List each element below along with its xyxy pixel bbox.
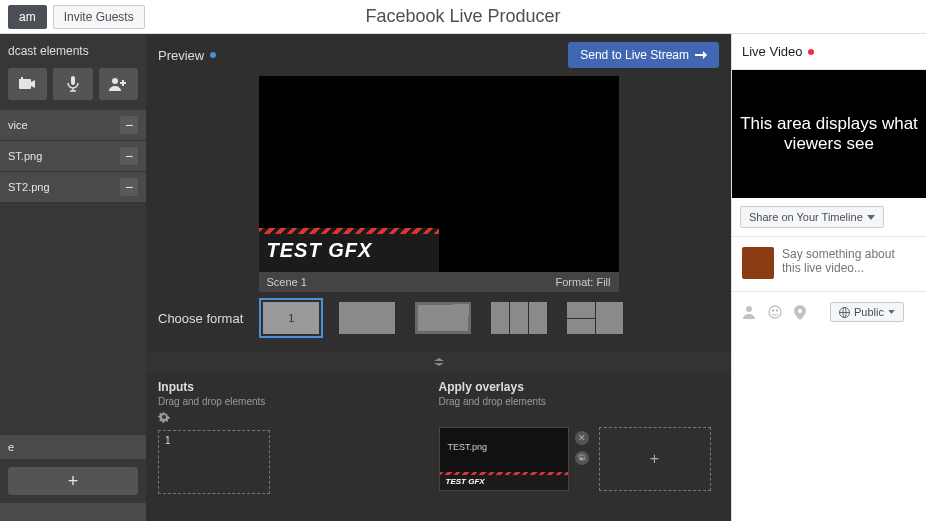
- overlays-header: Apply overlays: [439, 380, 720, 394]
- svg-rect-3: [71, 76, 75, 85]
- gfx-text: TEST GFX: [267, 239, 373, 262]
- caret-down-icon: [888, 310, 895, 314]
- microphone-icon: [67, 76, 79, 92]
- privacy-dropdown[interactable]: Public: [830, 302, 904, 322]
- share-dropdown[interactable]: Share on Your Timeline: [740, 206, 884, 228]
- svg-rect-2: [19, 79, 25, 81]
- sidebar-header: dcast elements: [0, 34, 146, 68]
- preview-status-dot: [210, 52, 216, 58]
- location-button[interactable]: [794, 305, 806, 320]
- input-slot-label: 1: [165, 435, 171, 446]
- sidebar-element[interactable]: ST.png −: [0, 141, 146, 172]
- live-video-header: Live Video: [732, 34, 926, 70]
- scene-row[interactable]: e: [0, 435, 146, 459]
- tag-people-button[interactable]: [742, 305, 756, 319]
- panel-resize-handle[interactable]: [146, 352, 731, 372]
- add-camera-button[interactable]: [8, 68, 47, 100]
- format-option-5[interactable]: [567, 302, 623, 334]
- format-option-3[interactable]: [415, 302, 471, 334]
- remove-element-button[interactable]: −: [120, 178, 138, 196]
- camera-plus-icon: [19, 77, 37, 91]
- element-label: vice: [8, 119, 28, 131]
- feeling-button[interactable]: [768, 305, 782, 319]
- add-scene-button[interactable]: +: [8, 467, 138, 495]
- sidebar-element[interactable]: ST2.png −: [0, 172, 146, 203]
- remove-element-button[interactable]: −: [120, 147, 138, 165]
- inputs-settings-button[interactable]: [158, 411, 439, 426]
- send-to-live-button[interactable]: Send to Live Stream: [568, 42, 719, 68]
- caret-down-icon: [867, 215, 875, 220]
- sidebar-element[interactable]: vice −: [0, 110, 146, 141]
- stream-button[interactable]: am: [8, 5, 47, 29]
- arrow-right-icon: [695, 50, 707, 60]
- preview-box: TEST GFX Scene 1 Format: Fill: [259, 76, 619, 292]
- person-plus-icon: [109, 77, 127, 91]
- add-mic-button[interactable]: [53, 68, 92, 100]
- right-panel: Live Video This area displays what viewe…: [731, 34, 926, 521]
- preview-video[interactable]: TEST GFX: [259, 76, 619, 272]
- page-title: Facebook Live Producer: [365, 6, 560, 27]
- overlay-remove-button[interactable]: ✕: [575, 431, 589, 445]
- svg-point-4: [112, 78, 118, 84]
- overlay-item-label: TEST.png: [448, 442, 488, 452]
- element-label: ST.png: [8, 150, 42, 162]
- overlay-settings-button[interactable]: [575, 451, 589, 465]
- add-guest-button[interactable]: [99, 68, 138, 100]
- svg-rect-6: [120, 82, 126, 84]
- smiley-icon: [768, 305, 782, 319]
- invite-guests-button[interactable]: Invite Guests: [53, 5, 145, 29]
- format-option-2[interactable]: [339, 302, 395, 334]
- scene-name: Scene 1: [267, 276, 307, 288]
- top-bar: am Invite Guests Facebook Live Producer: [0, 0, 926, 34]
- avatar: [742, 247, 774, 279]
- person-icon: [742, 305, 756, 319]
- element-label: ST2.png: [8, 181, 50, 193]
- inputs-header: Inputs: [158, 380, 439, 394]
- preview-label: Preview: [158, 48, 216, 63]
- live-preview-area: This area displays what viewers see: [732, 70, 926, 198]
- gear-icon: [577, 454, 586, 463]
- overlay-item[interactable]: TEST.png TEST GFX: [439, 427, 569, 491]
- svg-point-10: [772, 310, 773, 311]
- svg-point-11: [776, 310, 777, 311]
- remove-element-button[interactable]: −: [120, 116, 138, 134]
- live-status-dot: [808, 49, 814, 55]
- choose-format-label: Choose format: [158, 311, 243, 326]
- format-display: Format: Fill: [556, 276, 611, 288]
- gfx-overlay: TEST GFX: [259, 228, 439, 272]
- drag-handle-icon: [434, 358, 444, 366]
- svg-point-8: [746, 306, 752, 312]
- location-icon: [794, 305, 806, 320]
- overlay-add-slot[interactable]: +: [599, 427, 711, 491]
- compose-input[interactable]: [782, 247, 916, 281]
- globe-icon: [839, 307, 850, 318]
- overlay-gfx-preview: TEST GFX: [440, 472, 568, 490]
- center-panel: Preview Send to Live Stream TEST GFX Sce…: [146, 34, 731, 521]
- svg-point-9: [769, 306, 781, 318]
- sidebar: dcast elements vice − ST.png − ST2.png −…: [0, 34, 146, 521]
- format-option-1[interactable]: 1: [263, 302, 319, 334]
- format-option-4[interactable]: [491, 302, 547, 334]
- inputs-drop-area[interactable]: 1: [158, 430, 270, 494]
- overlays-sub: Drag and drop elements: [439, 396, 720, 407]
- inputs-sub: Drag and drop elements: [158, 396, 439, 407]
- gear-icon: [158, 411, 170, 423]
